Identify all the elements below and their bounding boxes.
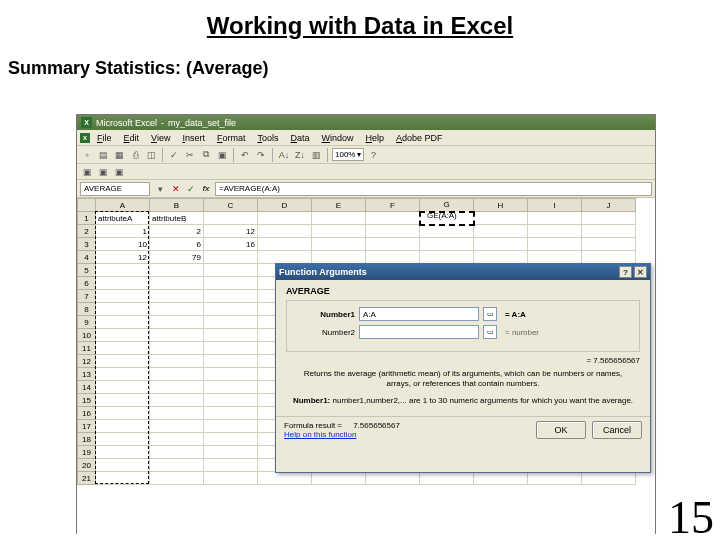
cell[interactable] [96,264,150,277]
namebox-dropdown-icon[interactable]: ▾ [153,182,167,196]
select-all-corner[interactable] [78,199,96,212]
row-4[interactable]: 4 [78,251,96,264]
col-G[interactable]: G [420,199,474,212]
dialog-close-icon[interactable]: ✕ [634,266,647,278]
cell[interactable] [420,472,474,485]
cell[interactable]: attributeA [96,212,150,225]
cell[interactable] [204,251,258,264]
cell[interactable]: 79 [150,251,204,264]
cell[interactable] [528,238,582,251]
chart-icon[interactable]: ▥ [309,148,323,162]
help-on-function-link[interactable]: Help on this function [284,430,400,439]
enter-formula-icon[interactable]: ✓ [185,183,197,195]
row-1[interactable]: 1 [78,212,96,225]
grid[interactable]: A B C D E F G H I J 1attributeAattribute… [77,198,655,538]
row-7[interactable]: 7 [78,290,96,303]
cell[interactable] [150,433,204,446]
formula-input[interactable]: =AVERAGE(A:A) [215,182,652,196]
cell[interactable] [150,277,204,290]
cell[interactable] [204,277,258,290]
cell[interactable] [528,212,582,225]
undo-icon[interactable]: ↶ [238,148,252,162]
menu-window[interactable]: Window [316,132,358,144]
cell[interactable]: 6 [150,238,204,251]
cell[interactable] [204,381,258,394]
cell[interactable] [582,238,636,251]
col-C[interactable]: C [204,199,258,212]
col-J[interactable]: J [582,199,636,212]
cell[interactable] [150,472,204,485]
cell[interactable] [96,446,150,459]
menu-data[interactable]: Data [285,132,314,144]
cell[interactable] [96,303,150,316]
pdf-icon-2[interactable]: ▣ [96,165,110,179]
cell[interactable] [150,459,204,472]
cell[interactable] [258,212,312,225]
cell[interactable] [96,407,150,420]
menu-edit[interactable]: Edit [119,132,145,144]
arg2-range-picker-icon[interactable]: ▭ [483,325,497,339]
cell[interactable]: 12 [96,251,150,264]
save-icon[interactable]: ▦ [112,148,126,162]
col-I[interactable]: I [528,199,582,212]
open-icon[interactable]: ▤ [96,148,110,162]
pdf-icon-3[interactable]: ▣ [112,165,126,179]
row-9[interactable]: 9 [78,316,96,329]
fx-icon[interactable]: fx [200,183,212,195]
menu-file[interactable]: File [92,132,117,144]
cell[interactable] [204,394,258,407]
cell[interactable] [204,290,258,303]
cell[interactable] [96,433,150,446]
cell[interactable] [582,212,636,225]
cell[interactable] [150,446,204,459]
col-A[interactable]: A [96,199,150,212]
cell[interactable] [150,342,204,355]
redo-icon[interactable]: ↷ [254,148,268,162]
cell[interactable] [258,238,312,251]
menu-adobe[interactable]: Adobe PDF [391,132,448,144]
paste-icon[interactable]: ▣ [215,148,229,162]
sort-asc-icon[interactable]: A↓ [277,148,291,162]
cell[interactable] [204,407,258,420]
cell[interactable] [150,355,204,368]
dialog-help-icon[interactable]: ? [619,266,632,278]
cell[interactable]: 12 [204,225,258,238]
cell[interactable] [420,238,474,251]
row-15[interactable]: 15 [78,394,96,407]
cell[interactable] [204,329,258,342]
cell[interactable] [204,316,258,329]
cell[interactable]: 1 [96,225,150,238]
menu-insert[interactable]: Insert [177,132,210,144]
cell[interactable] [204,433,258,446]
cell[interactable] [204,472,258,485]
cell[interactable] [150,303,204,316]
cell[interactable] [96,329,150,342]
cell[interactable] [582,251,636,264]
cell[interactable] [150,420,204,433]
cell[interactable] [474,238,528,251]
cell[interactable] [366,251,420,264]
cell[interactable] [96,459,150,472]
cell[interactable] [150,290,204,303]
cell[interactable] [204,446,258,459]
cell[interactable] [150,381,204,394]
cell[interactable] [96,342,150,355]
preview-icon[interactable]: ◫ [144,148,158,162]
copy-icon[interactable]: ⧉ [199,148,213,162]
cell[interactable] [150,368,204,381]
cell[interactable]: 10 [96,238,150,251]
row-6[interactable]: 6 [78,277,96,290]
menu-format[interactable]: Format [212,132,251,144]
menu-help[interactable]: Help [361,132,390,144]
cell[interactable] [204,368,258,381]
cell[interactable] [258,251,312,264]
ok-button[interactable]: OK [536,421,586,439]
cell[interactable] [528,225,582,238]
cell[interactable] [96,381,150,394]
cell[interactable] [420,251,474,264]
cell[interactable] [312,472,366,485]
cell[interactable] [312,212,366,225]
arg2-input[interactable] [359,325,479,339]
cell[interactable] [204,303,258,316]
cell[interactable] [366,238,420,251]
